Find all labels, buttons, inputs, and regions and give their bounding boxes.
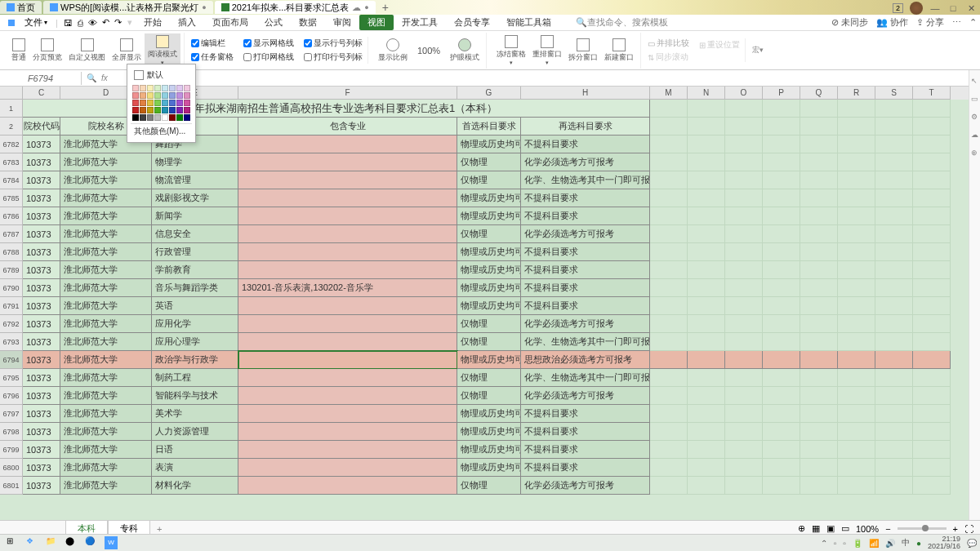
cell-contains[interactable]: 130201-音乐表演,130202-音乐学 xyxy=(238,279,457,297)
cell-empty[interactable] xyxy=(913,261,951,279)
col-header-O[interactable]: O xyxy=(725,87,763,100)
color-swatch[interactable] xyxy=(154,85,161,91)
cell-contains[interactable] xyxy=(238,351,457,369)
cell-empty[interactable] xyxy=(800,100,838,118)
cell-empty[interactable] xyxy=(838,207,875,225)
cell-empty[interactable] xyxy=(725,207,763,225)
color-swatch[interactable] xyxy=(184,100,190,106)
cell-empty[interactable] xyxy=(688,369,725,387)
color-swatch[interactable] xyxy=(169,114,176,121)
cell-major[interactable]: 学前教育 xyxy=(152,261,238,279)
cell-code[interactable]: 10373 xyxy=(23,459,60,477)
cell-empty[interactable] xyxy=(800,423,838,441)
cell-empty[interactable] xyxy=(800,405,838,423)
cell-empty[interactable] xyxy=(688,351,725,369)
color-swatch[interactable] xyxy=(140,114,146,121)
cell-empty[interactable] xyxy=(875,136,913,153)
cell-empty[interactable] xyxy=(800,315,838,333)
cell-empty[interactable] xyxy=(800,351,838,369)
cell-empty[interactable] xyxy=(688,225,725,243)
cell-empty[interactable] xyxy=(800,261,838,279)
cell-empty[interactable] xyxy=(688,279,725,297)
color-swatch[interactable] xyxy=(184,85,190,91)
new-window[interactable]: 新建窗口 xyxy=(601,37,637,64)
cell-empty[interactable] xyxy=(688,261,725,279)
cell-empty[interactable] xyxy=(725,118,763,136)
add-sheet-button[interactable]: + xyxy=(150,524,168,534)
cell-empty[interactable] xyxy=(838,225,875,243)
cell-first[interactable]: 仅物理 xyxy=(457,387,521,405)
cell-second[interactable]: 不提科目要求 xyxy=(521,207,650,225)
view-reading-icon[interactable]: ▭ xyxy=(841,523,849,534)
cell-empty[interactable] xyxy=(838,315,875,333)
cell-empty[interactable] xyxy=(650,100,688,118)
cell-contains[interactable] xyxy=(238,423,457,441)
color-swatch[interactable] xyxy=(176,100,183,106)
cell-empty[interactable] xyxy=(800,369,838,387)
cell-empty[interactable] xyxy=(800,153,838,171)
reading-mode-button[interactable]: 阅读模式▾ xyxy=(145,33,180,68)
notification-icon[interactable]: 💬 xyxy=(967,539,977,548)
cell-empty[interactable] xyxy=(725,477,763,495)
cell-contains[interactable] xyxy=(238,459,457,477)
cell-major[interactable]: 行政管理 xyxy=(152,243,238,261)
menu-6[interactable]: 视图 xyxy=(359,15,394,30)
close-button[interactable]: ✕ xyxy=(965,2,977,14)
cell-major[interactable]: 英语 xyxy=(152,297,238,315)
cell-empty[interactable] xyxy=(650,297,688,315)
cell-empty[interactable] xyxy=(688,333,725,351)
cell-contains[interactable] xyxy=(238,189,457,207)
cell-contains[interactable] xyxy=(238,171,457,189)
cell-empty[interactable] xyxy=(913,333,951,351)
cell-empty[interactable] xyxy=(913,423,951,441)
color-swatch[interactable] xyxy=(169,100,176,106)
cell-school[interactable]: 淮北师范大学 xyxy=(60,477,152,495)
cell-empty[interactable] xyxy=(875,118,913,136)
cell-empty[interactable] xyxy=(650,459,688,477)
cell-major[interactable]: 音乐与舞蹈学类 xyxy=(152,279,238,297)
app-menu-icon[interactable] xyxy=(3,20,20,26)
cell-empty[interactable] xyxy=(875,243,913,261)
side-compare[interactable]: ▭ 并排比较 xyxy=(648,37,689,50)
view-fullscreen[interactable]: 全屏显示 xyxy=(109,37,145,64)
cell-empty[interactable] xyxy=(725,171,763,189)
cell-second[interactable]: 化学必须选考方可报考 xyxy=(521,477,650,495)
cell-empty[interactable] xyxy=(800,136,838,153)
row-header[interactable]: 6786 xyxy=(0,207,23,225)
hdr-code[interactable]: 院校代码 xyxy=(23,118,60,136)
color-swatch[interactable] xyxy=(154,107,161,113)
fx-icon[interactable]: 🔍 xyxy=(87,73,96,82)
cell-second[interactable]: 化学必须选考方可报考 xyxy=(521,315,650,333)
color-swatch[interactable] xyxy=(140,107,146,113)
cell-major[interactable]: 政治学与行政学 xyxy=(152,351,238,369)
cell-empty[interactable] xyxy=(838,477,875,495)
close-icon[interactable]: ● xyxy=(202,3,206,11)
row-header[interactable]: 2 xyxy=(0,118,23,136)
file-menu[interactable]: 文件▾ xyxy=(20,15,52,30)
command-search[interactable]: 🔍 查找命令、搜索模板 xyxy=(576,16,668,29)
cell-empty[interactable] xyxy=(875,477,913,495)
cell-empty[interactable] xyxy=(913,279,951,297)
cell-major[interactable]: 应用心理学 xyxy=(152,333,238,351)
cell-empty[interactable] xyxy=(763,261,800,279)
menu-2[interactable]: 页面布局 xyxy=(204,15,256,30)
zoom-100[interactable]: 100% xyxy=(411,41,447,60)
new-tab-button[interactable]: + xyxy=(377,1,394,14)
cell-empty[interactable] xyxy=(838,333,875,351)
more-icon[interactable]: ⋯ xyxy=(952,17,961,28)
row-header[interactable]: 6793 xyxy=(0,333,23,351)
cell-empty[interactable] xyxy=(688,459,725,477)
cell-empty[interactable] xyxy=(725,100,763,118)
tab-doc2[interactable]: 2021年拟来...科目要求汇总表☁● xyxy=(215,1,376,14)
cell-empty[interactable] xyxy=(688,136,725,153)
ribbon-more[interactable]: 宏▾ xyxy=(749,45,767,56)
cell-empty[interactable] xyxy=(650,189,688,207)
cell-empty[interactable] xyxy=(913,441,951,459)
row-header[interactable]: 6790 xyxy=(0,279,23,297)
cell-empty[interactable] xyxy=(725,405,763,423)
color-default[interactable]: 默认 xyxy=(131,68,192,82)
sync-status[interactable]: ⊘ 未同步 xyxy=(831,16,868,29)
cell-code[interactable]: 10373 xyxy=(23,405,60,423)
task-app-2[interactable]: 📁 xyxy=(46,536,59,549)
hdr-first[interactable]: 首选科目要求 xyxy=(457,118,521,136)
